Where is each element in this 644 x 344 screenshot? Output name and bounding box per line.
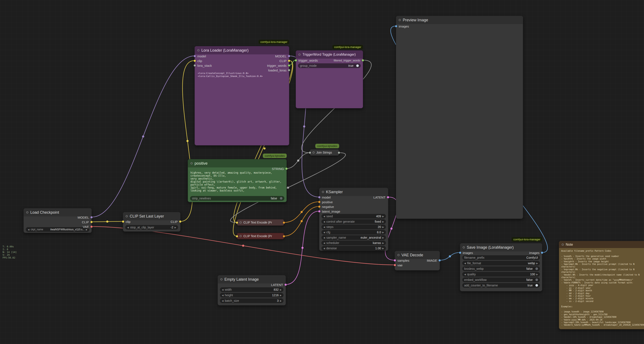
output-slot-latent[interactable]: LATENT <box>271 282 287 287</box>
steps-widget[interactable]: ◀ steps 20 ▶ <box>322 224 386 229</box>
collapse-toggle-icon[interactable] <box>398 254 400 256</box>
output-slot-clip[interactable]: CLIP <box>280 59 290 63</box>
node-join-strings[interactable]: Join Strings <box>310 149 339 156</box>
trigger-words-port[interactable] <box>288 64 290 66</box>
collapse-toggle-icon[interactable] <box>240 221 242 224</box>
filename-prefix-widget[interactable]: filename_prefix ComfyUI <box>462 255 540 260</box>
output-slot-filtered-trigger-words[interactable]: filtered_trigger_words <box>334 58 364 62</box>
strip-newlines-widget[interactable]: strip_newlines false <box>190 196 284 201</box>
loaded-loras-port[interactable] <box>288 69 290 71</box>
toggle-dot[interactable] <box>280 197 282 200</box>
output-slot-clip[interactable]: CLIP <box>82 220 92 224</box>
control-after-generate-widget[interactable]: ◀ control after generate fixed ▶ <box>322 219 386 224</box>
input-port[interactable] <box>236 222 238 224</box>
lora-stack-port[interactable] <box>194 64 196 66</box>
increment-icon[interactable]: ▶ <box>382 231 384 234</box>
input-slot-clip[interactable]: clip <box>122 220 130 224</box>
toggle-dot[interactable] <box>356 64 359 67</box>
node-preview-image[interactable]: Preview Image images <box>396 16 523 219</box>
input-slot-images[interactable]: images <box>395 24 409 28</box>
denoise-widget[interactable]: ◀ denoise 1.00 ▶ <box>322 246 386 250</box>
prompt-textarea[interactable]: highres, very detailed, amazing quality,… <box>190 171 284 192</box>
next-value-icon[interactable]: ▶ <box>382 236 384 239</box>
collapse-toggle-icon[interactable] <box>197 49 200 52</box>
node-header[interactable]: Lora Loader (LoraManager) <box>195 46 289 54</box>
prev-value-icon[interactable]: ◀ <box>324 220 325 223</box>
decrement-icon[interactable]: ◀ <box>324 231 325 234</box>
node-load-checkpoint[interactable]: Load Checkpoint MODEL CLIP VAE ◀ ckpt_na… <box>24 208 92 233</box>
file-format-widget[interactable]: ◀ file_format webp ▶ <box>462 261 540 266</box>
clip-port[interactable] <box>194 60 196 62</box>
increment-icon[interactable]: ▶ <box>382 226 384 228</box>
node-positive-prompt[interactable]: positive STRING highres, very detailed, … <box>188 159 287 202</box>
input-slot-trigger-words[interactable]: trigger_words <box>295 58 318 62</box>
quality-widget[interactable]: ◀ quality 100 ▶ <box>462 272 540 276</box>
stop-at-clip-layer-widget[interactable]: ◀ stop_at_clip_layer -2 ▶ <box>125 225 178 230</box>
vae-port[interactable] <box>90 226 92 228</box>
images-port[interactable] <box>395 25 397 27</box>
increment-icon[interactable]: ▶ <box>280 288 282 291</box>
node-vae-decode[interactable]: VAE Decode samples vae IMAGE <box>395 251 440 270</box>
node-lora-loader[interactable]: Lora Loader (LoraManager) model clip lor… <box>194 46 289 146</box>
collapse-toggle-icon[interactable] <box>126 215 128 217</box>
collapse-toggle-icon[interactable] <box>240 235 242 237</box>
node-header[interactable]: TriggerWord Toggle (LoraManager) <box>296 50 363 59</box>
latent-port[interactable] <box>284 284 287 286</box>
prev-value-icon[interactable]: ◀ <box>324 236 325 239</box>
collapse-toggle-icon[interactable] <box>220 278 222 280</box>
batch-size-widget[interactable]: ◀ batch_size 3 ▶ <box>220 298 284 303</box>
image-port[interactable] <box>438 259 441 262</box>
output-port[interactable] <box>338 152 340 154</box>
prev-value-icon[interactable]: ◀ <box>464 262 466 264</box>
input-slot-clip[interactable]: clip <box>194 59 202 63</box>
node-graph-canvas[interactable]: T: 0.00s I: 0 N: 14 [14] V: 29 FPS:56.82… <box>0 0 644 344</box>
vae-port[interactable] <box>394 264 396 266</box>
next-value-icon[interactable]: ▶ <box>382 242 384 244</box>
model-port[interactable] <box>288 55 290 57</box>
height-widget[interactable]: ◀ height 1216 ▶ <box>220 293 284 298</box>
input-slot-negative[interactable]: negative <box>318 204 334 209</box>
increment-icon[interactable]: ▶ <box>280 300 282 302</box>
clip-port[interactable] <box>288 60 290 62</box>
decrement-icon[interactable]: ◀ <box>222 294 224 296</box>
input-slot-latent-image[interactable]: latent_image <box>318 209 340 214</box>
node-header[interactable]: Preview Image <box>396 16 523 24</box>
scheduler-widget[interactable]: ◀ scheduler karras ▶ <box>322 240 386 245</box>
node-header[interactable]: VAE Decode <box>395 251 440 259</box>
increment-icon[interactable]: ▶ <box>536 273 538 276</box>
images-port[interactable] <box>541 252 543 254</box>
collapse-toggle-icon[interactable] <box>562 244 564 246</box>
prev-value-icon[interactable]: ◀ <box>324 242 325 244</box>
collapse-toggle-icon[interactable] <box>322 191 324 193</box>
output-slot-images[interactable]: images <box>529 250 543 255</box>
conditioning-port[interactable] <box>318 201 320 203</box>
samples-port[interactable] <box>394 259 396 262</box>
input-slot-positive[interactable]: positive <box>318 200 333 204</box>
node-ksampler[interactable]: KSampler model positive negative latent_… <box>319 188 388 251</box>
decrement-icon[interactable]: ◀ <box>324 215 325 218</box>
collapse-toggle-icon[interactable] <box>26 211 28 214</box>
collapse-toggle-icon[interactable] <box>190 162 192 164</box>
ckpt-name-widget[interactable]: ◀ ckpt_name ilwaiNSFWIllustrious_v110.s.… <box>26 227 90 232</box>
input-slot-lora-stack[interactable]: lora_stack <box>194 63 212 68</box>
decrement-icon[interactable]: ◀ <box>222 288 224 291</box>
conditioning-port[interactable] <box>283 222 285 224</box>
increment-icon[interactable]: ▶ <box>382 215 384 218</box>
input-slot-model[interactable]: model <box>318 195 331 200</box>
output-slot-string[interactable]: STRING <box>272 166 288 171</box>
sampler-name-widget[interactable]: ◀ sampler_name euler_ancestral ▶ <box>322 235 386 240</box>
lora-syntax-text[interactable]: <lora:CreateConcept_Illustrious:0.8> <lo… <box>198 72 286 78</box>
group-mode-widget[interactable]: group_mode true <box>298 63 361 68</box>
add-counter-to-filename-widget[interactable]: add_counter_to_filename true <box>462 283 540 288</box>
input-slot-samples[interactable]: samples <box>394 258 409 262</box>
filtered-trigger-words-port[interactable] <box>362 59 364 62</box>
node-clip-text-encode-positive[interactable]: CLIP Text Encode (Pr <box>237 219 284 226</box>
width-widget[interactable]: ◀ width 832 ▶ <box>220 287 284 292</box>
input-port[interactable] <box>309 152 311 154</box>
decrement-icon[interactable]: ◀ <box>464 273 466 276</box>
node-triggerword-toggle[interactable]: TriggerWord Toggle (LoraManager) trigger… <box>296 50 363 108</box>
note-textarea[interactable]: Available filename_prefix Pattern Codes … <box>561 250 644 328</box>
input-slot-model[interactable]: model <box>194 54 206 58</box>
collapse-toggle-icon[interactable] <box>298 54 300 56</box>
clip-port[interactable] <box>90 221 92 223</box>
